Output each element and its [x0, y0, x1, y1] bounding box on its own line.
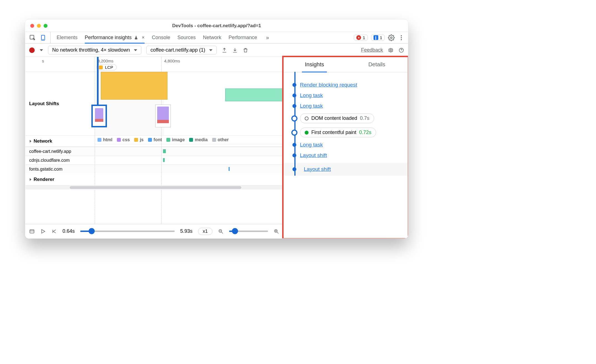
- svg-line-17: [277, 232, 279, 233]
- tab-network[interactable]: Network: [203, 32, 221, 43]
- filmstrip-thumb[interactable]: [155, 105, 171, 127]
- cls-block[interactable]: [225, 89, 283, 101]
- svg-point-3: [390, 37, 392, 39]
- insight-item[interactable]: Long task: [300, 103, 402, 109]
- svg-point-5: [401, 37, 402, 38]
- window-title: DevTools - coffee-cart.netlify.app/?ad=1: [25, 23, 408, 29]
- record-button[interactable]: [29, 47, 35, 53]
- message-counter[interactable]: ❙ 1: [371, 35, 385, 41]
- lcp-swatch-icon: [99, 65, 103, 69]
- insight-item[interactable]: Render blocking request: [300, 82, 402, 88]
- caret-down-icon: [209, 49, 212, 52]
- inspect-icon[interactable]: [29, 34, 36, 41]
- time-start: 0.64s: [62, 228, 75, 234]
- panel-tabs: Elements Performance insights × Console …: [51, 32, 275, 43]
- page-select[interactable]: coffee-cart.netlify.app (1): [146, 46, 217, 54]
- lcp-badge[interactable]: LCP: [96, 64, 117, 70]
- device-toggle-icon[interactable]: [40, 34, 46, 41]
- record-options-caret-icon[interactable]: [40, 49, 43, 52]
- details-tab[interactable]: Details: [346, 57, 408, 72]
- network-row[interactable]: fonts.gstatic.com: [25, 165, 283, 173]
- layout-shifts-area[interactable]: [95, 72, 283, 135]
- message-icon: ❙: [374, 35, 378, 40]
- jump-start-icon[interactable]: [51, 229, 57, 234]
- playback-controls: 0.64s 5.93s x1: [25, 224, 283, 238]
- timeline-dot-icon: [292, 83, 296, 87]
- timeline-dot-icon: [292, 104, 296, 108]
- status-dot-icon: [305, 131, 309, 135]
- caret-right-icon: [29, 140, 32, 143]
- svg-point-4: [401, 35, 402, 36]
- lcp-block[interactable]: [101, 72, 167, 100]
- filmstrip-thumb-selected[interactable]: [91, 105, 107, 127]
- insights-timeline: Render blocking request Long task Long t…: [283, 72, 408, 176]
- zoom-out-icon[interactable]: [218, 229, 224, 234]
- timeline-dot-icon: [292, 153, 296, 157]
- tabs-overflow-icon[interactable]: »: [266, 34, 269, 41]
- insights-tab[interactable]: Insights: [283, 57, 346, 72]
- insights-toolbar: No network throttling, 4× slowdown coffe…: [25, 44, 408, 57]
- section-layout-shifts[interactable]: Layout Shifts: [25, 72, 95, 135]
- tab-console[interactable]: Console: [152, 32, 170, 43]
- settings-icon[interactable]: [388, 34, 395, 41]
- insights-panel: Insights Details Render blocking request…: [283, 57, 408, 238]
- insight-milestone[interactable]: DOM content loaded 0.7s: [300, 113, 402, 123]
- ruler-tick: 3,200ms: [97, 59, 114, 63]
- svg-rect-9: [30, 230, 34, 233]
- caret-right-icon: [29, 178, 32, 181]
- insight-milestone[interactable]: First contentful paint 0.72s: [300, 128, 402, 137]
- error-icon: ×: [356, 35, 361, 40]
- insight-item[interactable]: Layout shift: [300, 152, 402, 158]
- error-counter[interactable]: × 1: [354, 35, 367, 41]
- tab-performance[interactable]: Performance: [229, 32, 257, 43]
- timeline-dot-icon: [292, 143, 296, 147]
- time-end: 5.93s: [180, 228, 192, 234]
- insight-item[interactable]: Long task: [300, 92, 402, 98]
- flask-icon: [134, 36, 138, 40]
- zoom-level[interactable]: x1: [198, 228, 212, 235]
- svg-point-7: [390, 49, 392, 51]
- network-mark: [229, 167, 230, 171]
- section-renderer[interactable]: Renderer: [25, 173, 95, 185]
- devtools-tabbar: Elements Performance insights × Console …: [25, 32, 408, 44]
- network-row[interactable]: coffee-cart.netlify.app: [25, 147, 283, 156]
- insight-item-selected[interactable]: Layout shift: [283, 163, 408, 176]
- timeline-ruler[interactable]: s 3,200ms 4,800ms LCP: [25, 57, 283, 72]
- section-network[interactable]: Network: [25, 136, 95, 146]
- tab-elements[interactable]: Elements: [57, 32, 77, 43]
- status-dot-icon: [305, 117, 309, 120]
- help-icon[interactable]: [399, 47, 404, 53]
- horizontal-scrollbar[interactable]: [25, 186, 283, 189]
- network-row[interactable]: cdnjs.cloudflare.com: [25, 156, 283, 165]
- timeline-dot-icon: [292, 167, 296, 171]
- gear-icon[interactable]: [388, 47, 394, 53]
- ruler-tick: 4,800ms: [164, 59, 180, 63]
- network-mark: [163, 158, 165, 162]
- tab-performance-insights[interactable]: Performance insights ×: [85, 32, 145, 43]
- playback-slider[interactable]: [80, 231, 175, 232]
- network-rows: coffee-cart.netlify.app cdnjs.cloudflare…: [25, 147, 283, 173]
- zoom-in-icon[interactable]: [274, 229, 279, 234]
- feedback-link[interactable]: Feedback: [361, 47, 383, 53]
- play-icon[interactable]: [40, 229, 46, 234]
- titlebar: DevTools - coffee-cart.netlify.app/?ad=1: [25, 20, 408, 32]
- insight-item[interactable]: Long task: [300, 142, 402, 148]
- timeline-dot-icon: [292, 93, 296, 97]
- import-icon[interactable]: [232, 47, 238, 53]
- toggle-view-icon[interactable]: [29, 229, 35, 234]
- svg-line-13: [222, 232, 223, 233]
- renderer-area[interactable]: [95, 173, 283, 185]
- zoom-slider[interactable]: [229, 231, 268, 232]
- svg-point-6: [401, 39, 402, 40]
- timeline-rail: [294, 72, 296, 176]
- delete-icon[interactable]: [243, 47, 248, 53]
- timeline-ring-icon: [291, 115, 297, 122]
- ruler-tick: s: [42, 59, 44, 63]
- close-tab-icon[interactable]: ×: [142, 35, 145, 41]
- kebab-menu-icon[interactable]: [398, 34, 405, 41]
- tab-sources[interactable]: Sources: [177, 32, 196, 43]
- timeline-ring-icon: [291, 130, 297, 136]
- export-icon[interactable]: [222, 47, 227, 53]
- throttling-select[interactable]: No network throttling, 4× slowdown: [48, 46, 141, 54]
- network-legend: html css js font image media other: [95, 136, 283, 146]
